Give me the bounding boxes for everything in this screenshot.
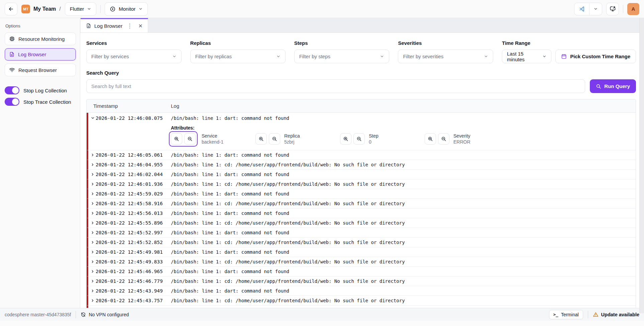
log-row[interactable]: 2026-01-22 12:46:02.044/bin/bash: line 1… xyxy=(87,170,636,179)
row-timestamp: 2026-01-22 12:45:40.920 xyxy=(96,308,171,308)
chevron-right-icon[interactable] xyxy=(88,172,96,176)
attribute-replica: Replica 5zbrj xyxy=(255,133,340,145)
chevron-right-icon[interactable] xyxy=(88,289,96,293)
log-row[interactable]: 2026-01-22 12:45:56.013/bin/bash: line 1… xyxy=(87,209,636,218)
sidebar-item-log-browser[interactable]: Log Browser xyxy=(5,48,76,61)
chevron-down-icon xyxy=(276,54,281,59)
update-available[interactable]: Update available xyxy=(593,312,639,317)
row-timestamp: 2026-01-22 12:45:46.965 xyxy=(96,269,171,274)
sidebar-item-request-browser[interactable]: Request Browser xyxy=(5,64,76,76)
chevron-right-icon[interactable] xyxy=(88,260,96,264)
chevron-right-icon[interactable] xyxy=(88,221,96,225)
zoom-in-button[interactable] xyxy=(425,133,436,145)
attribute-zoom-controls xyxy=(169,131,198,147)
log-row[interactable]: 2026-01-22 12:45:40.920/bin/bash: line 1… xyxy=(87,306,636,308)
chevron-right-icon[interactable] xyxy=(88,299,96,303)
attribute-severity: Severity ERROR xyxy=(425,133,509,145)
sidebar: Options Resource Monitoring Log Browser … xyxy=(0,18,80,308)
row-message: /bin/bash: line 1: dart: command not fou… xyxy=(171,191,636,196)
log-row[interactable]: 2026-01-22 12:45:49.981/bin/bash: line 1… xyxy=(87,247,636,257)
row-message: /bin/bash: line 1: cd: /home/user/app/fr… xyxy=(171,259,636,264)
toggle-switch[interactable] xyxy=(5,86,19,94)
log-row[interactable]: 2026-01-22 12:45:58.916/bin/bash: line 1… xyxy=(87,199,636,209)
log-row[interactable]: 2026-01-22 12:46:08.075 /bin/bash: line … xyxy=(88,113,636,123)
zoom-out-button[interactable] xyxy=(438,133,449,145)
open-external-button[interactable] xyxy=(606,3,619,15)
sidebar-item-resource-monitoring[interactable]: Resource Monitoring xyxy=(5,32,76,45)
terminal-button[interactable]: >_ Terminal xyxy=(549,310,583,319)
tab-close-icon[interactable]: × xyxy=(137,22,144,29)
zoom-in-button[interactable] xyxy=(171,133,182,145)
chevron-right-icon[interactable] xyxy=(88,153,96,157)
log-row[interactable]: 2026-01-22 12:45:52.852/bin/bash: line 1… xyxy=(87,238,636,247)
shield-off-icon xyxy=(81,312,86,317)
tab-bar: Log Browser ⋮ × xyxy=(80,18,644,33)
magnifier-minus-icon xyxy=(441,136,446,142)
row-message: /bin/bash: line 1: cd: /home/user/app/fr… xyxy=(171,220,636,226)
workspace-name: Flutter xyxy=(70,6,84,12)
pick-custom-time-range-button[interactable]: Pick Custom Time Range xyxy=(555,50,636,63)
zoom-out-button[interactable] xyxy=(184,133,196,145)
attribute-name: Service xyxy=(202,133,223,139)
row-message: /bin/bash: line 1: dart: command not fou… xyxy=(171,288,636,294)
chevron-right-icon[interactable] xyxy=(88,211,96,215)
vscode-button[interactable] xyxy=(574,3,589,15)
team-name[interactable]: My Team xyxy=(33,6,56,12)
chevron-right-icon[interactable] xyxy=(88,231,96,235)
chevron-right-icon[interactable] xyxy=(88,269,96,273)
severities-label: Severities xyxy=(398,40,493,46)
magnifier-minus-icon xyxy=(356,136,362,142)
replicas-filter-select[interactable]: Filter by replicas xyxy=(190,50,286,63)
log-row[interactable]: 2026-01-22 12:45:43.949/bin/bash: line 1… xyxy=(87,286,636,296)
chevron-right-icon[interactable] xyxy=(88,240,96,244)
attribute-value: backend-1 xyxy=(202,139,223,145)
tab-log-browser[interactable]: Log Browser ⋮ × xyxy=(81,18,148,32)
vertical-scrollbar[interactable] xyxy=(639,18,644,313)
log-row[interactable]: 2026-01-22 12:45:46.965/bin/bash: line 1… xyxy=(87,267,636,276)
time-range-select[interactable]: Last 15 minutes xyxy=(502,50,551,63)
log-row[interactable]: 2026-01-22 12:45:43.757/bin/bash: line 1… xyxy=(87,296,636,306)
toggle-stop-trace-collection[interactable]: Stop Trace Collection xyxy=(5,98,76,106)
version-label: codesphere master-45d473835f xyxy=(5,312,71,317)
chevron-right-icon[interactable] xyxy=(88,250,96,254)
zoom-in-button[interactable] xyxy=(255,133,267,145)
log-row[interactable]: 2026-01-22 12:46:01.936/bin/bash: line 1… xyxy=(87,179,636,189)
toggle-stop-log-collection[interactable]: Stop Log Collection xyxy=(5,86,76,94)
services-filter-select[interactable]: Filter by services xyxy=(86,50,182,63)
steps-filter-select[interactable]: Filter by steps xyxy=(294,50,390,63)
run-query-button[interactable]: Run Query xyxy=(590,79,636,93)
row-message: /bin/bash: line 1: dart: command not fou… xyxy=(171,211,636,216)
avatar[interactable]: A xyxy=(627,3,639,15)
search-input[interactable] xyxy=(86,79,585,93)
log-row[interactable]: 2026-01-22 12:46:04.955/bin/bash: line 1… xyxy=(87,160,636,170)
mode-dropdown[interactable]: Monitor xyxy=(105,2,148,16)
row-timestamp: 2026-01-22 12:45:59.029 xyxy=(96,191,171,196)
toggle-switch[interactable] xyxy=(5,98,19,106)
log-row[interactable]: 2026-01-22 12:45:59.029/bin/bash: line 1… xyxy=(87,189,636,199)
log-row[interactable]: 2026-01-22 12:45:46.779/bin/bash: line 1… xyxy=(87,276,636,286)
row-message: /bin/bash: line 1: cd: /home/user/app/fr… xyxy=(171,278,636,284)
document-icon xyxy=(86,23,91,28)
log-row[interactable]: 2026-01-22 12:46:05.061/bin/bash: line 1… xyxy=(87,150,636,160)
log-row[interactable]: 2026-01-22 12:45:49.833/bin/bash: line 1… xyxy=(87,257,636,267)
workspace-dropdown[interactable]: Flutter xyxy=(65,2,97,16)
vscode-dropdown-button[interactable] xyxy=(589,3,602,15)
vscode-icon xyxy=(578,6,585,12)
zoom-out-button[interactable] xyxy=(353,133,365,145)
tab-menu-icon[interactable]: ⋮ xyxy=(125,22,134,29)
chevron-down-icon[interactable] xyxy=(88,116,96,120)
back-button[interactable] xyxy=(5,3,17,15)
chevron-right-icon[interactable] xyxy=(88,182,96,186)
chevron-right-icon[interactable] xyxy=(88,201,96,206)
topbar-divider xyxy=(100,5,101,13)
zoom-in-button[interactable] xyxy=(340,133,351,145)
chevron-right-icon[interactable] xyxy=(88,163,96,167)
zoom-out-button[interactable] xyxy=(269,133,280,145)
chevron-down-icon xyxy=(594,7,598,11)
log-row[interactable]: 2026-01-22 12:45:55.896/bin/bash: line 1… xyxy=(87,218,636,228)
log-row-expanded: 2026-01-22 12:46:08.075 /bin/bash: line … xyxy=(87,113,636,150)
chevron-right-icon[interactable] xyxy=(88,279,96,283)
severities-filter-select[interactable]: Filter by severities xyxy=(398,50,493,63)
chevron-right-icon[interactable] xyxy=(88,192,96,196)
log-row[interactable]: 2026-01-22 12:45:52.997/bin/bash: line 1… xyxy=(87,228,636,238)
